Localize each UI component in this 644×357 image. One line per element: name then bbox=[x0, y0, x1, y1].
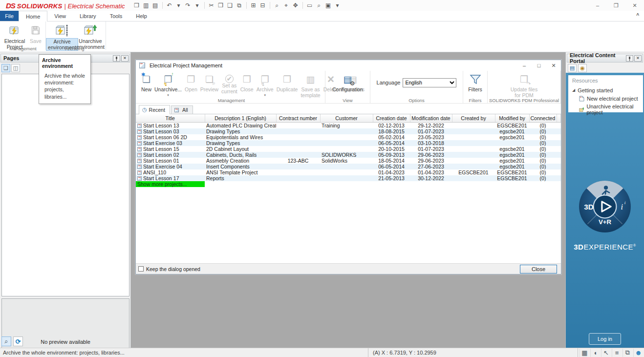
column-header-created_by[interactable]: Created by bbox=[452, 114, 495, 122]
column-header-customer[interactable]: Customer bbox=[320, 114, 373, 122]
page-view-icon[interactable]: ❏ bbox=[1, 64, 10, 72]
close-button[interactable]: ✕ bbox=[625, 0, 644, 11]
zoom-window-icon[interactable]: ⌖ bbox=[282, 1, 290, 9]
getting-started-node[interactable]: ◢ Getting started bbox=[572, 87, 643, 93]
archive-dropdown-icon[interactable]: ▾ bbox=[264, 93, 266, 97]
cell-stub bbox=[557, 146, 561, 152]
pin-icon[interactable] bbox=[626, 55, 633, 62]
preview-button[interactable]: ❏⌕ Preview bbox=[199, 72, 220, 93]
redo-more-icon[interactable]: ▾ bbox=[193, 1, 201, 9]
archive-button[interactable]: ❒↯ Archive ▾ bbox=[255, 72, 275, 97]
bookmark-view-icon[interactable]: ◫ bbox=[11, 64, 20, 72]
preview-toggle-icon[interactable]: ⌕ bbox=[1, 336, 11, 346]
project-window-icon[interactable]: ❒ bbox=[133, 1, 141, 9]
portal-globe-icon[interactable]: ◉ bbox=[578, 64, 587, 72]
filters-button[interactable]: Filters bbox=[467, 72, 484, 93]
undo-more-icon[interactable]: ▾ bbox=[175, 1, 183, 9]
column-header-contract[interactable]: Contract number bbox=[276, 114, 320, 122]
keep-dialog-checkbox[interactable] bbox=[138, 266, 144, 272]
pin-icon[interactable] bbox=[113, 55, 120, 62]
new-electrical-project-link[interactable]: New electrical project bbox=[579, 96, 643, 102]
table-row[interactable]: Start Lesson 17Reports21-05-201330-12-20… bbox=[136, 175, 561, 181]
open-button[interactable]: ❐ Open bbox=[183, 72, 199, 93]
dialog-close-icon[interactable]: ✕ bbox=[546, 61, 561, 70]
column-header-connected[interactable]: Connected u... bbox=[529, 114, 557, 122]
update-files-pdm-button[interactable]: ❐↷ Update files for PDM bbox=[509, 72, 540, 98]
set-as-current-button[interactable]: ✔ Set as current bbox=[220, 72, 239, 94]
duplicate-button[interactable]: ❐ Duplicate bbox=[275, 72, 300, 93]
login-button[interactable]: Log in bbox=[589, 333, 621, 345]
column-header-creation[interactable]: Creation date bbox=[373, 114, 410, 122]
cell-stub bbox=[557, 169, 561, 175]
pan-icon[interactable]: ✥ bbox=[292, 1, 300, 9]
search-icon[interactable]: ⌕ bbox=[315, 1, 323, 9]
save-as-template-button[interactable]: ▥ Save as template bbox=[299, 72, 322, 98]
new-project-button[interactable]: ❏✱ New bbox=[140, 72, 153, 93]
undo-icon[interactable]: ↶ bbox=[166, 1, 173, 9]
table-row[interactable]: Start Lesson 13Automated PLC Drawing Cre… bbox=[136, 122, 561, 128]
restore-button[interactable]: ❐ bbox=[607, 0, 625, 11]
cursor-icon[interactable]: ↖ bbox=[601, 349, 611, 357]
table-row[interactable]: Start Lesson 06 2DEquipotentials and Wir… bbox=[136, 134, 561, 140]
refresh-icon[interactable]: ⟳ bbox=[13, 336, 23, 346]
paste-icon[interactable]: ⧉ bbox=[236, 1, 243, 9]
tab-view[interactable]: View bbox=[47, 11, 73, 21]
tab-library[interactable]: Library bbox=[73, 11, 103, 21]
minimize-button[interactable]: – bbox=[588, 0, 607, 11]
table-row[interactable]: Start Lesson 01Assmebly Creation123-ABCS… bbox=[136, 158, 561, 164]
table-row[interactable]: Start Exercise 03Drawing Types06-05-2014… bbox=[136, 140, 561, 146]
dialog-titlebar[interactable]: Electrical Project Management – □ ✕ bbox=[136, 60, 561, 71]
close-panel-icon[interactable]: ✕ bbox=[634, 55, 642, 62]
table-row[interactable]: Start Lesson 02Cabinets, Ducts, RailsSOL… bbox=[136, 152, 561, 158]
table-row[interactable]: Start Exercise 04Insert Components06-05-… bbox=[136, 164, 561, 169]
show-more-row[interactable]: Show more projects... bbox=[136, 181, 561, 187]
dialog-minimize-button[interactable]: – bbox=[517, 61, 532, 70]
tab-recent[interactable]: ◷ Recent bbox=[139, 105, 170, 114]
tab-all[interactable]: All bbox=[171, 105, 193, 114]
print-icon[interactable]: ▤ bbox=[151, 1, 159, 9]
selection-icon[interactable]: ⧉ bbox=[623, 349, 632, 357]
unarchive-electrical-project-link[interactable]: Unarchive electrical project bbox=[579, 104, 643, 115]
cell-creation: 05-02-2014 bbox=[373, 134, 410, 140]
show-more-link[interactable]: Show more projects... bbox=[136, 181, 205, 187]
table-row[interactable]: Start Lesson 152D Cabinet Layout20-10-20… bbox=[136, 146, 561, 152]
tab-tools[interactable]: Tools bbox=[103, 11, 129, 21]
copy-special-icon[interactable]: ❑ bbox=[226, 1, 234, 9]
column-header-description[interactable]: Description 1 (English) bbox=[205, 114, 276, 122]
language-select[interactable]: English bbox=[403, 78, 456, 87]
dialog-maximize-button[interactable]: □ bbox=[532, 61, 546, 70]
close-panel-icon[interactable]: ✕ bbox=[121, 55, 129, 62]
collapse-ribbon-icon[interactable]: ^ bbox=[636, 13, 639, 18]
configuration-button[interactable]: ▤⚙ Configuration bbox=[331, 72, 364, 93]
fit-view-icon[interactable]: ▭ bbox=[306, 1, 314, 9]
portal-list-icon[interactable]: ▤ bbox=[568, 64, 577, 72]
unarchive-dropdown-icon[interactable]: ▾ bbox=[167, 93, 169, 97]
tab-file[interactable]: File bbox=[0, 11, 19, 21]
redo-icon[interactable]: ↷ bbox=[184, 1, 192, 9]
save-button[interactable]: Save bbox=[27, 21, 44, 44]
column-header-modified_by[interactable]: Modified by bbox=[495, 114, 529, 122]
paste-page-icon[interactable]: ⊟ bbox=[259, 1, 267, 9]
close-project-button[interactable]: ❒ Close bbox=[239, 72, 255, 93]
sheet-icon[interactable]: ◖ bbox=[590, 349, 600, 357]
qat-more-icon[interactable]: ▾ bbox=[334, 1, 342, 9]
grid-icon[interactable]: ▦ bbox=[580, 349, 589, 357]
line-style-icon[interactable]: ≡ bbox=[612, 349, 622, 357]
column-header-title[interactable]: Title bbox=[136, 114, 205, 122]
column-header-modification[interactable]: Modification date bbox=[410, 114, 452, 122]
copy-icon[interactable]: ❐ bbox=[217, 1, 225, 9]
lock-icon[interactable]: ▣ bbox=[324, 1, 332, 9]
save-icon[interactable]: ▥ bbox=[142, 1, 150, 9]
cut-icon[interactable]: ✂ bbox=[208, 1, 215, 9]
table-row[interactable]: ANSI_110ANSI Template Project01-04-20230… bbox=[136, 169, 561, 175]
dialog-close-button[interactable]: Close bbox=[520, 265, 557, 273]
tab-home[interactable]: Home bbox=[19, 11, 47, 21]
page-list[interactable] bbox=[1, 74, 129, 296]
tab-help[interactable]: Help bbox=[129, 11, 154, 21]
copy-page-icon[interactable]: ⊞ bbox=[250, 1, 258, 9]
zoom-in-icon[interactable]: ⌕ bbox=[273, 1, 281, 9]
assistant-icon[interactable]: ☻ bbox=[633, 349, 643, 357]
table-row[interactable]: Start Lesson 03Drawing Types18-08-201501… bbox=[136, 128, 561, 134]
unarchive-button[interactable]: ❒↑↯ Unarchive... ▾ bbox=[153, 72, 183, 97]
tree-expander-icon[interactable]: ◢ bbox=[572, 88, 575, 92]
